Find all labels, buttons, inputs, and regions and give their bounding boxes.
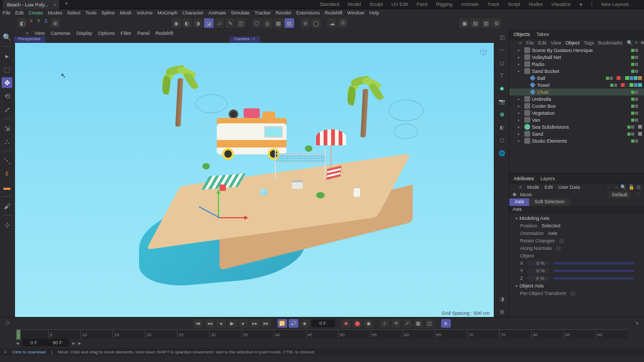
play-button[interactable]: ▶	[228, 319, 237, 328]
obj-menu-object[interactable]: Object	[566, 40, 580, 46]
next-frame-button[interactable]: ▸	[239, 319, 248, 328]
menu-simulate[interactable]: Simulate	[231, 10, 250, 16]
text-icon[interactable]: T	[496, 70, 507, 81]
move-tool[interactable]: ✥	[2, 77, 12, 88]
axis-y-toggle[interactable]: Y	[35, 18, 42, 28]
param-key-button[interactable]: ▦	[414, 319, 423, 328]
globe-icon[interactable]: 🌐	[496, 147, 507, 158]
attr-pin-icon[interactable]: ⊟	[636, 184, 641, 190]
field-button[interactable]: ◎	[263, 18, 273, 28]
vp-menu-display[interactable]: Display	[76, 31, 92, 36]
vp-menu-redshift[interactable]: Redshift	[156, 31, 173, 36]
gear-icon[interactable]: ⚙	[496, 109, 507, 120]
object-row[interactable]: ▸Studio Elements	[509, 137, 644, 144]
menu-window[interactable]: Window	[347, 10, 364, 16]
menu-render[interactable]: Render	[275, 10, 291, 16]
per-object-checkbox[interactable]	[570, 291, 575, 296]
layout-tab[interactable]: Paint	[416, 2, 428, 7]
brush-tool[interactable]: 🖌	[2, 201, 12, 211]
generator-button[interactable]: ◫	[236, 18, 246, 28]
symmetry-button[interactable]: ⊖	[301, 18, 310, 28]
cloth-button[interactable]: ☁	[327, 18, 337, 28]
menu-modes[interactable]: Modes	[48, 10, 62, 16]
axis-z-toggle[interactable]: Z	[43, 18, 49, 28]
obj-menu-file[interactable]: File	[526, 40, 534, 46]
key-button[interactable]: ⬤	[353, 319, 362, 328]
object-row[interactable]: ▸Scene By Gustavo Henrique	[509, 47, 644, 54]
viewport-3d[interactable]: ↖	[15, 43, 494, 317]
menu-extensions[interactable]: Extensions	[296, 10, 320, 16]
rotate-tool[interactable]: ⟲	[2, 91, 12, 101]
spline-pen-button[interactable]: ✎	[225, 18, 235, 28]
nav-cube[interactable]	[480, 48, 487, 56]
layout-tab[interactable]: Rigging	[436, 2, 453, 7]
attr-edit[interactable]: Edit	[545, 184, 553, 190]
obj-search-icon[interactable]: 🔍	[627, 40, 633, 46]
layout-tab[interactable]: Standard	[319, 2, 339, 7]
snap-button[interactable]: ▦	[274, 18, 283, 28]
object-row[interactable]: ▸Volleyball Net	[509, 54, 644, 61]
workplane-button[interactable]: ▩	[284, 18, 294, 28]
object-axis-group[interactable]: Object Axis	[515, 282, 639, 290]
axis-tool[interactable]: ⊹	[2, 219, 12, 230]
timeline-ruler[interactable]: 051015202530354045505560657075808590	[16, 329, 628, 339]
object-row[interactable]: ▸Sand	[509, 130, 644, 137]
history-button[interactable]: ◧	[17, 18, 27, 28]
symmetry-plane-button[interactable]: ◯	[311, 18, 321, 28]
select-tool[interactable]: ⬚	[2, 64, 12, 75]
takes-tab[interactable]: Takes	[537, 32, 550, 37]
tag-icon[interactable]: ⬡	[496, 135, 507, 145]
obj-filter-icon[interactable]: ⚬	[634, 40, 639, 46]
modeling-axis-group[interactable]: Modeling Axis	[515, 215, 639, 222]
add-tab-button[interactable]: +	[62, 1, 71, 9]
obj-menu-bookmarks[interactable]: Bookmarks	[598, 40, 623, 46]
z-slider[interactable]	[553, 277, 635, 279]
attributes-tab[interactable]: Attributes	[514, 176, 534, 181]
sound-button[interactable]: 🔊	[289, 319, 298, 328]
render-pv-button[interactable]: ◑	[193, 18, 203, 28]
render-image-button[interactable]: ▣	[459, 18, 469, 28]
layout-tab[interactable]: UV Edit	[392, 2, 408, 7]
live-select-tool[interactable]: ▸	[2, 50, 12, 61]
download-link[interactable]: Click to download	[12, 350, 46, 354]
vp-menu-cameras[interactable]: Cameras	[51, 31, 71, 36]
start-frame-field[interactable]: 0 F	[22, 339, 46, 346]
menu-volume[interactable]: Volume	[136, 10, 152, 16]
deformer-button[interactable]: ⬡	[252, 18, 262, 28]
pla-key-button[interactable]: ◫	[425, 319, 435, 328]
cube-icon[interactable]: ◻	[496, 57, 507, 68]
menu-edit[interactable]: Edit	[16, 10, 24, 16]
layout-tab[interactable]: Script	[508, 2, 520, 7]
x-value[interactable]: 0 %	[528, 261, 549, 266]
attr-search-icon[interactable]: 🔍	[620, 184, 626, 190]
menu-character[interactable]: Character	[182, 10, 204, 16]
object-row[interactable]: ▸Radio	[509, 61, 644, 68]
goto-end-button[interactable]: ⏭	[261, 319, 271, 328]
object-row[interactable]: ▸Sand Bucket	[509, 68, 644, 75]
place-tool[interactable]: ⇲	[2, 123, 12, 134]
render-region-button[interactable]: ◐	[182, 18, 192, 28]
picture-viewer-button[interactable]: ▥	[481, 18, 491, 28]
axis-tab[interactable]: Axis	[509, 198, 529, 206]
keyframe-icon[interactable]: ◇	[5, 320, 10, 326]
attr-back-icon[interactable]: ←	[606, 184, 611, 190]
menu-select[interactable]: Select	[67, 10, 80, 16]
layout-tab[interactable]: Animate	[461, 2, 479, 7]
layout-tab[interactable]: Model	[348, 2, 361, 7]
autokey-button[interactable]: ◈	[300, 319, 310, 328]
end-frame-field[interactable]: 90 F	[46, 339, 69, 346]
layers-tab[interactable]: Layers	[540, 176, 555, 181]
vp-menu-view[interactable]: View	[34, 31, 45, 36]
asset-button[interactable]: Ⓐ	[338, 18, 348, 28]
object-row[interactable]: Ball	[509, 75, 644, 82]
scatter-tool[interactable]: ∴	[2, 136, 12, 147]
material-icon[interactable]: ◐	[496, 122, 507, 132]
primitive-plane-button[interactable]: ▱	[215, 18, 224, 28]
orientation-value[interactable]: Axis	[548, 231, 557, 236]
menu-mesh[interactable]: Mesh	[120, 10, 131, 16]
attr-mode[interactable]: Mode	[527, 184, 539, 190]
primitive-cube-button[interactable]: ◪	[204, 18, 214, 28]
edge-mode-tool[interactable]: ⫴	[2, 168, 12, 179]
timeline-mode-button[interactable]: ≡	[441, 319, 451, 328]
menu-tracker[interactable]: Tracker	[254, 10, 270, 16]
